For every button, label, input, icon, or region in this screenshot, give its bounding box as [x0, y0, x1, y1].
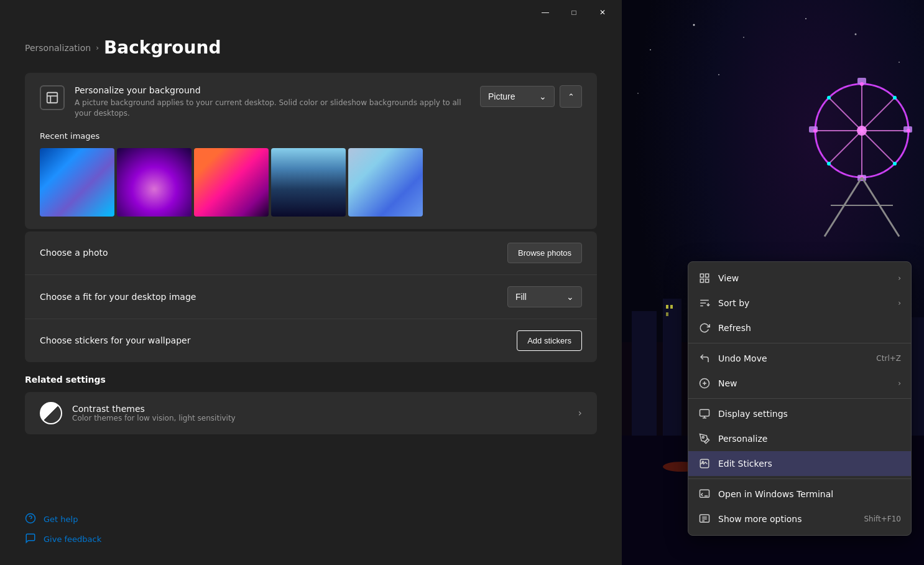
- collapse-icon: ⌃: [568, 92, 575, 101]
- related-settings-label: Related settings: [25, 375, 597, 385]
- menu-item-personalize[interactable]: Personalize: [688, 426, 911, 451]
- svg-rect-43: [670, 305, 673, 309]
- menu-item-show-more[interactable]: Show more options Shift+F10: [688, 507, 911, 531]
- svg-rect-32: [632, 311, 657, 436]
- display-settings-icon: [698, 408, 711, 420]
- menu-item-new[interactable]: New ›: [688, 371, 911, 396]
- collapse-button[interactable]: ⌃: [560, 85, 582, 108]
- background-icon: [40, 85, 65, 110]
- svg-point-3: [743, 37, 744, 38]
- menu-item-undo-move[interactable]: Undo Move Ctrl+Z: [688, 346, 911, 371]
- undo-icon: [698, 352, 711, 365]
- breadcrumb-parent[interactable]: Personalization: [25, 43, 91, 53]
- recent-image-2[interactable]: [117, 148, 192, 217]
- show-more-shortcut: Shift+F10: [864, 515, 901, 523]
- svg-point-72: [702, 436, 704, 438]
- menu-divider-3: [688, 479, 911, 479]
- svg-rect-55: [47, 93, 58, 103]
- svg-point-6: [899, 62, 900, 63]
- close-button[interactable]: ✕: [588, 2, 617, 22]
- choose-stickers-row: Choose stickers for your wallpaper Add s…: [25, 319, 597, 362]
- menu-item-display-settings[interactable]: Display settings: [688, 401, 911, 426]
- svg-rect-58: [700, 274, 703, 277]
- choose-fit-row: Choose a fit for your desktop image Fill…: [25, 275, 597, 319]
- svg-point-8: [718, 74, 719, 75]
- title-bar: — □ ✕: [0, 0, 622, 25]
- picture-dropdown[interactable]: Picture ⌄: [480, 86, 555, 107]
- menu-item-refresh[interactable]: Refresh: [688, 315, 911, 340]
- svg-point-27: [893, 162, 897, 166]
- content-area: Personalization › Background Personalize…: [0, 25, 622, 500]
- background-card: Personalize your background A picture ba…: [25, 73, 597, 229]
- settings-window: — □ ✕ Personalization › Background: [0, 0, 622, 565]
- personalize-icon: [698, 432, 711, 445]
- svg-rect-44: [666, 312, 668, 316]
- fit-dropdown[interactable]: Fill ⌄: [507, 286, 582, 307]
- breadcrumb-separator: ›: [96, 44, 99, 52]
- context-menu: View › Sort by › Refresh: [688, 261, 912, 536]
- svg-rect-33: [663, 299, 681, 436]
- menu-label-undo-move: Undo Move: [718, 353, 869, 363]
- browse-photos-button[interactable]: Browse photos: [507, 243, 582, 263]
- menu-divider-1: [688, 343, 911, 343]
- svg-point-2: [693, 24, 695, 26]
- menu-label-show-more: Show more options: [718, 514, 856, 524]
- svg-rect-69: [700, 409, 709, 416]
- recent-image-4[interactable]: [271, 148, 346, 217]
- view-icon: [698, 272, 711, 284]
- menu-label-new: New: [718, 378, 890, 388]
- recent-images-grid: [40, 148, 582, 217]
- svg-rect-61: [706, 279, 709, 282]
- svg-point-5: [855, 34, 857, 35]
- bg-dropdown-area: Picture ⌄ ⌃: [480, 85, 582, 108]
- view-submenu-icon: ›: [898, 274, 901, 282]
- give-feedback-link[interactable]: Give feedback: [25, 533, 597, 545]
- help-icon: [25, 513, 37, 525]
- svg-point-74: [702, 461, 703, 462]
- feedback-icon: [25, 533, 37, 545]
- recent-images-label: Recent images: [40, 131, 582, 141]
- minimize-button[interactable]: —: [531, 2, 560, 22]
- svg-point-1: [650, 49, 651, 50]
- show-more-icon: [698, 513, 711, 525]
- new-icon: [698, 377, 711, 390]
- sort-submenu-icon: ›: [898, 299, 901, 307]
- recent-image-5[interactable]: [348, 148, 423, 217]
- svg-point-7: [637, 93, 639, 94]
- svg-point-26: [827, 162, 831, 166]
- maximize-button[interactable]: □: [560, 2, 588, 22]
- sort-by-icon: [698, 297, 711, 309]
- menu-label-personalize: Personalize: [718, 434, 901, 444]
- menu-item-view[interactable]: View ›: [688, 266, 911, 291]
- menu-divider-2: [688, 398, 911, 399]
- undo-shortcut: Ctrl+Z: [876, 354, 901, 363]
- recent-image-1[interactable]: [40, 148, 114, 217]
- bg-header: Personalize your background A picture ba…: [40, 85, 582, 119]
- bg-title: Personalize your background: [75, 85, 470, 95]
- terminal-icon: [698, 488, 711, 500]
- dropdown-chevron-icon: ⌄: [539, 91, 547, 101]
- contrast-themes-card[interactable]: Contrast themes Color themes for low vis…: [25, 392, 597, 434]
- bg-desc: A picture background applies to your cur…: [75, 98, 470, 119]
- choose-photo-label: Choose a photo: [40, 248, 108, 258]
- menu-item-edit-stickers[interactable]: Edit Stickers: [688, 451, 911, 476]
- choose-stickers-label: Choose stickers for your wallpaper: [40, 335, 190, 345]
- svg-point-21: [907, 129, 910, 133]
- menu-item-open-terminal[interactable]: Open in Windows Terminal: [688, 482, 911, 507]
- svg-point-23: [813, 129, 817, 133]
- recent-image-3[interactable]: [194, 148, 269, 217]
- menu-label-display-settings: Display settings: [718, 409, 901, 419]
- svg-rect-42: [666, 305, 668, 309]
- refresh-icon: [698, 322, 711, 334]
- menu-label-sort-by: Sort by: [718, 298, 890, 308]
- recent-images-section: Recent images: [40, 131, 582, 217]
- menu-item-sort-by[interactable]: Sort by ›: [688, 291, 911, 315]
- get-help-link[interactable]: Get help: [25, 513, 597, 525]
- svg-point-4: [805, 18, 806, 19]
- menu-label-refresh: Refresh: [718, 323, 901, 333]
- give-feedback-label: Give feedback: [44, 535, 101, 544]
- add-stickers-button[interactable]: Add stickers: [517, 330, 582, 351]
- choose-photo-card: Choose a photo Browse photos Choose a fi…: [25, 231, 597, 362]
- choose-fit-label: Choose a fit for your desktop image: [40, 292, 196, 302]
- svg-rect-59: [706, 274, 709, 277]
